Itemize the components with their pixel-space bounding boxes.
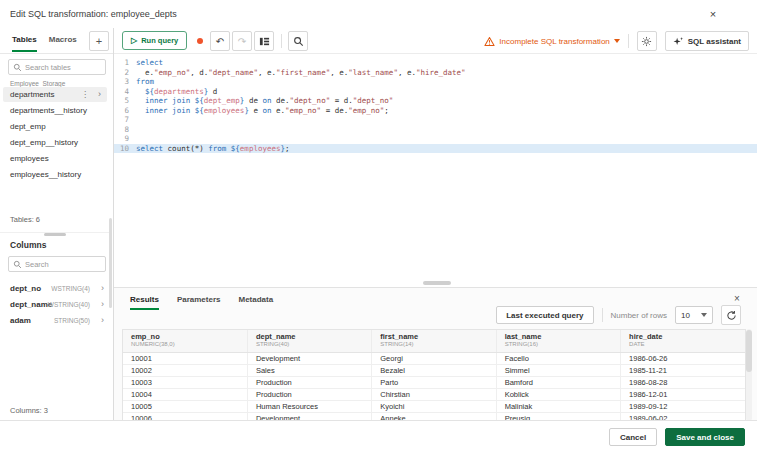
sidebar-tab-tables[interactable]: Tables [12, 28, 37, 52]
column-list-item[interactable]: adamSTRING(50)› [0, 312, 110, 328]
line-number: 2 [114, 68, 136, 78]
line-number: 5 [114, 96, 136, 106]
column-name: adam [10, 316, 31, 325]
table-name: employees__history [10, 170, 81, 179]
table-row[interactable]: 10003ProductionPartoBamford1986-08-28 [123, 376, 745, 388]
search-columns-input[interactable]: Search [8, 256, 106, 272]
line-number: 8 [114, 125, 136, 135]
refresh-button[interactable] [721, 305, 741, 325]
sql-assistant-button[interactable]: SQL assistant [665, 31, 749, 51]
sidebar-tab-macros[interactable]: Macros [49, 28, 77, 50]
warning-icon [484, 36, 495, 47]
results-cell: Bezalel [372, 364, 496, 376]
results-cell: 1986-12-01 [621, 388, 745, 400]
results-cell: 1989-09-12 [621, 400, 745, 412]
results-column-header[interactable]: dept_nameSTRING(40) [247, 330, 371, 352]
sidebar-tabs: TablesMacros + [0, 28, 113, 54]
column-header-type: STRING(14) [380, 341, 487, 348]
table-list-item[interactable]: dept_emp [3, 119, 107, 134]
incomplete-transformation-warning[interactable]: Incomplete SQL transformation [484, 36, 619, 47]
cancel-button[interactable]: Cancel [609, 428, 657, 446]
code-line[interactable]: 8 [114, 125, 757, 135]
table-list-item[interactable]: departments__history [3, 103, 107, 118]
undo-button[interactable]: ↶ [210, 31, 230, 51]
results-tab-parameters[interactable]: Parameters [177, 290, 221, 310]
table-row[interactable]: 10001DevelopmentGeorgiFacello1986-06-26 [123, 352, 745, 364]
column-header-type: DATE [629, 341, 737, 348]
results-column-header[interactable]: hire_dateDATE [621, 330, 745, 352]
results-column-header[interactable]: first_nameSTRING(14) [372, 330, 496, 352]
search-query-button[interactable] [288, 31, 308, 51]
number-of-rows-label: Number of rows [611, 311, 667, 320]
column-list-item[interactable]: dept_noWSTRING(4)› [0, 280, 110, 296]
table-name: employees [10, 154, 49, 163]
results-cell: Production [247, 388, 371, 400]
results-cell: Kyoichi [372, 400, 496, 412]
results-cell: Georgi [372, 352, 496, 364]
column-type: STRING(50) [54, 317, 90, 324]
code-text: ${departments} d [136, 87, 217, 97]
format-icon [259, 36, 270, 47]
number-of-rows-select[interactable]: 10 [675, 306, 713, 324]
chevron-right-icon[interactable]: › [101, 284, 104, 293]
code-line[interactable]: 9 [114, 134, 757, 144]
code-line[interactable]: 2 e."emp_no", d."dept_name", e."first_na… [114, 68, 757, 78]
close-icon[interactable]: × [706, 7, 720, 21]
chevron-down-icon [701, 313, 707, 317]
table-row[interactable]: 10004ProductionChirstianKoblick1986-12-0… [123, 388, 745, 400]
table-list-item[interactable]: departments⋮› [3, 87, 107, 102]
code-text: inner join ${dept_emp} de on de."dept_no… [136, 96, 393, 106]
unsaved-changes-dot [197, 38, 203, 44]
column-header-name: first_name [380, 332, 487, 341]
chevron-right-icon[interactable]: › [101, 316, 104, 325]
sidebar-splitter[interactable] [0, 232, 110, 237]
chevron-right-icon[interactable]: › [101, 300, 104, 309]
close-results-icon[interactable]: × [731, 292, 743, 304]
results-cell: Koblick [496, 388, 620, 400]
code-line[interactable]: 3from [114, 77, 757, 87]
controls-separator [602, 308, 603, 322]
code-line[interactable]: 10select count(*) from ${employees}; [114, 144, 757, 154]
sql-code-editor[interactable]: 1select2 e."emp_no", d."dept_name", e."f… [114, 54, 757, 280]
search-tables-input[interactable]: Search tables [8, 59, 106, 75]
settings-button[interactable] [637, 31, 657, 51]
results-tab-metadata[interactable]: Metadata [239, 290, 274, 310]
column-list-item[interactable]: dept_nameWSTRING(40)› [0, 296, 110, 312]
kebab-menu-icon[interactable]: ⋮ [81, 90, 89, 99]
code-line[interactable]: 4 ${departments} d [114, 87, 757, 97]
results-column-header[interactable]: last_nameSTRING(16) [496, 330, 620, 352]
table-row[interactable]: 10005Human ResourcesKyoichiMaliniak1989-… [123, 400, 745, 412]
last-executed-query-button[interactable]: Last executed query [496, 306, 593, 324]
add-table-button[interactable]: + [89, 31, 109, 51]
results-cell: 10001 [123, 352, 247, 364]
table-list-item[interactable]: dept_emp__history [3, 135, 107, 150]
format-query-button[interactable] [254, 31, 274, 51]
table-list-item[interactable]: employees [3, 151, 107, 166]
redo-button[interactable]: ↷ [232, 31, 252, 51]
warning-label: Incomplete SQL transformation [499, 37, 609, 46]
chevron-down-icon [614, 39, 620, 43]
save-and-close-button[interactable]: Save and close [665, 428, 745, 446]
search-columns-placeholder: Search [25, 260, 49, 269]
code-line[interactable]: 7 [114, 115, 757, 125]
code-line[interactable]: 1select [114, 58, 757, 68]
play-icon: ▷ [131, 37, 137, 45]
results-splitter-grip[interactable] [423, 281, 451, 285]
table-list-item[interactable]: employees__history [3, 167, 107, 182]
line-number: 7 [114, 115, 136, 125]
results-cell: 10003 [123, 376, 247, 388]
code-line[interactable]: 6 inner join ${employees} e on e."emp_no… [114, 106, 757, 116]
splitter-grip [44, 233, 66, 236]
chevron-right-icon[interactable]: › [98, 90, 101, 99]
code-line[interactable]: 5 inner join ${dept_emp} de on de."dept_… [114, 96, 757, 106]
results-cell: 10004 [123, 388, 247, 400]
search-icon [13, 63, 22, 72]
results-cell: Sales [247, 364, 371, 376]
table-row[interactable]: 10002SalesBezalelSimmel1985-11-21 [123, 364, 745, 376]
results-tab-results[interactable]: Results [130, 290, 159, 310]
results-scrollbar[interactable] [746, 329, 752, 421]
results-column-header[interactable]: emp_noNUMERIC(38,0) [123, 330, 247, 352]
sidebar-scrollbar[interactable] [109, 218, 112, 308]
line-number: 10 [114, 144, 136, 154]
run-query-button[interactable]: ▷ Run query [122, 31, 187, 50]
